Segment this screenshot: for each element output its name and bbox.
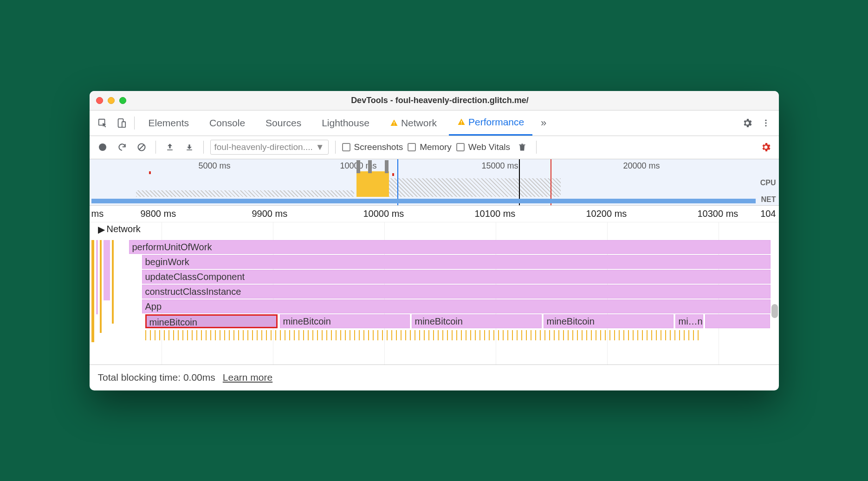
- tab-elements[interactable]: Elements: [140, 110, 198, 136]
- svg-rect-12: [167, 150, 173, 150]
- download-icon[interactable]: [182, 140, 197, 155]
- device-toggle-icon[interactable]: [114, 116, 129, 130]
- settings-gear-icon[interactable]: [758, 140, 773, 155]
- titlebar: DevTools - foul-heavenly-direction.glitc…: [90, 91, 779, 110]
- screenshots-checkbox[interactable]: Screenshots: [342, 142, 403, 152]
- svg-rect-6: [461, 124, 462, 124]
- performance-toolbar: foul-heavenly-direction.... ▼ Screenshot…: [90, 136, 779, 159]
- flame-slice[interactable]: [705, 314, 770, 328]
- webvitals-checkbox[interactable]: Web Vitals: [456, 142, 510, 152]
- chevron-right-icon: ▶: [98, 224, 105, 235]
- timeline-overview[interactable]: 5000 ms 10000 ms 15000 ms 20000 ms CPU N…: [90, 159, 779, 206]
- footer-bar: Total blocking time: 0.00ms Learn more: [90, 364, 779, 390]
- tab-network[interactable]: Network: [382, 110, 445, 136]
- svg-rect-3: [394, 122, 395, 124]
- svg-point-9: [765, 125, 766, 126]
- flame-bar-minebitcoin[interactable]: mineBitcoin: [412, 314, 542, 328]
- tab-sources[interactable]: Sources: [257, 110, 310, 136]
- minimize-icon[interactable]: [108, 97, 115, 104]
- tab-lighthouse[interactable]: Lighthouse: [313, 110, 378, 136]
- ruler-tick: 10000 ms: [363, 208, 404, 219]
- scrollbar-thumb[interactable]: [771, 304, 778, 318]
- marker: [368, 160, 372, 173]
- warning-icon: [390, 119, 398, 127]
- marker: [149, 171, 151, 174]
- zoomed-ruler[interactable]: ms 9800 ms 9900 ms 10000 ms 10100 ms 102…: [90, 206, 779, 222]
- ruler-tick: 10200 ms: [586, 208, 627, 219]
- ruler-tick: 10100 ms: [475, 208, 516, 219]
- marker: [392, 173, 394, 176]
- flame-bar-minebitcoin-selected[interactable]: mineBitcoin: [145, 314, 278, 328]
- flame-slice[interactable]: [91, 240, 94, 342]
- ruler-end: 104: [760, 208, 776, 219]
- ruler-tick: 10300 ms: [698, 208, 738, 219]
- cpu-track-label: CPU: [760, 179, 776, 187]
- tab-console[interactable]: Console: [201, 110, 253, 136]
- time-label: 15000 ms: [482, 161, 518, 171]
- net-bar: [91, 199, 756, 203]
- tab-performance[interactable]: Performance: [449, 110, 532, 136]
- flame-bar-minebitcoin[interactable]: mineBitcoin: [544, 314, 674, 328]
- time-label: 5000 ms: [199, 161, 231, 171]
- net-track-label: NET: [761, 195, 776, 204]
- flame-bar-app[interactable]: App: [142, 299, 771, 313]
- memory-checkbox[interactable]: Memory: [408, 142, 452, 152]
- checkbox-icon: [342, 143, 350, 151]
- checkbox-icon: [408, 143, 416, 151]
- time-label: 20000 ms: [623, 161, 660, 171]
- close-icon[interactable]: [96, 97, 103, 104]
- kebab-menu-icon[interactable]: [758, 116, 773, 130]
- marker: [356, 160, 360, 173]
- flame-slice[interactable]: [96, 240, 98, 314]
- ruler-start: ms: [91, 208, 104, 219]
- cpu-activity-chart: [90, 178, 756, 197]
- window-title: DevTools - foul-heavenly-direction.glitc…: [136, 96, 745, 105]
- warning-icon: [457, 118, 466, 126]
- svg-rect-13: [187, 150, 192, 150]
- tabs-bar: Elements Console Sources Lighthouse Netw…: [90, 110, 779, 136]
- maximize-icon[interactable]: [119, 97, 126, 104]
- inspect-icon[interactable]: [95, 116, 110, 130]
- flame-chart[interactable]: ▶ Network performUnitOfWork beginWork up…: [90, 222, 779, 364]
- ruler-tick: 9900 ms: [252, 208, 288, 219]
- svg-point-8: [765, 122, 766, 124]
- svg-rect-4: [394, 124, 395, 125]
- flame-bar-minebitcoin[interactable]: mineBitcoin: [280, 314, 410, 328]
- trash-icon[interactable]: [515, 140, 530, 155]
- flame-bar-updateclasscomponent[interactable]: updateClassComponent: [142, 270, 771, 284]
- flame-slice[interactable]: [112, 240, 114, 324]
- flame-slice[interactable]: [104, 240, 110, 300]
- learn-more-link[interactable]: Learn more: [223, 372, 272, 383]
- ruler-tick: 9800 ms: [141, 208, 176, 219]
- network-track-header[interactable]: ▶ Network: [94, 222, 144, 236]
- flame-bar-performunitofwork[interactable]: performUnitOfWork: [129, 240, 771, 254]
- svg-point-10: [99, 143, 106, 151]
- devtools-window: DevTools - foul-heavenly-direction.glitc…: [90, 91, 779, 390]
- more-tabs-icon[interactable]: »: [536, 116, 551, 130]
- reload-icon[interactable]: [115, 140, 130, 155]
- flame-bar-minebitcoin[interactable]: mi…n: [675, 314, 703, 328]
- chevron-down-icon: ▼: [316, 142, 324, 152]
- clear-icon[interactable]: [134, 140, 149, 155]
- upload-icon[interactable]: [162, 140, 177, 155]
- svg-rect-2: [122, 122, 125, 127]
- svg-point-7: [765, 119, 766, 121]
- checkbox-icon: [456, 143, 465, 151]
- flame-ticks: [145, 330, 771, 342]
- flame-bar-constructclassinstance[interactable]: constructClassInstance: [142, 285, 771, 299]
- traffic-lights: [96, 97, 126, 104]
- gear-icon[interactable]: [740, 116, 755, 130]
- profile-select[interactable]: foul-heavenly-direction.... ▼: [210, 140, 329, 155]
- marker: [385, 160, 389, 173]
- record-icon[interactable]: [95, 140, 110, 155]
- total-blocking-time: Total blocking time: 0.00ms: [98, 372, 215, 383]
- svg-rect-5: [461, 121, 462, 123]
- flame-slice[interactable]: [100, 240, 102, 333]
- flame-bar-beginwork[interactable]: beginWork: [142, 255, 771, 269]
